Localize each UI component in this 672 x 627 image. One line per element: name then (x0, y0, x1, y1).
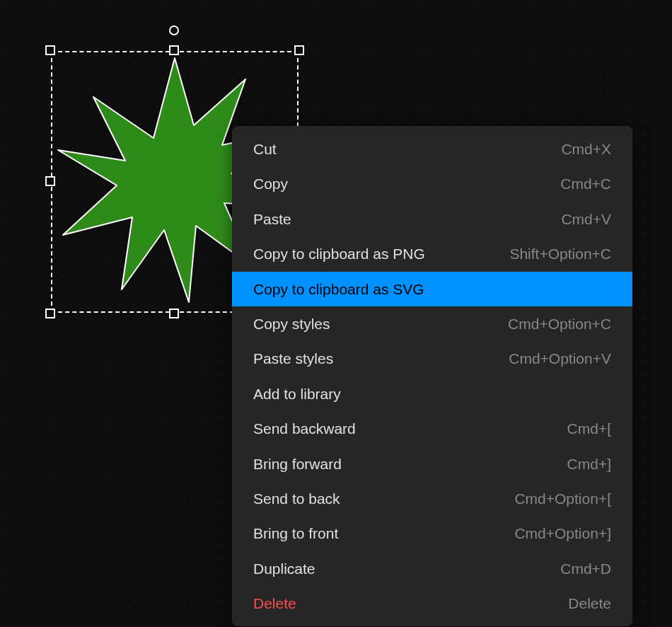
menu-item-paste[interactable]: PasteCmd+V (232, 202, 632, 236)
resize-handle-top-middle[interactable] (169, 45, 179, 55)
menu-item-label: Send to back (253, 488, 340, 509)
menu-item-label: Copy to clipboard as PNG (253, 243, 425, 264)
resize-handle-top-right[interactable] (294, 45, 304, 55)
context-menu: CutCmd+XCopyCmd+CPasteCmd+VCopy to clipb… (232, 126, 632, 626)
resize-handle-bottom-middle[interactable] (169, 309, 179, 318)
menu-item-shortcut: Cmd+V (561, 209, 611, 229)
menu-item-copy[interactable]: CopyCmd+C (232, 166, 632, 201)
menu-item-label: Copy styles (253, 314, 330, 334)
menu-item-shortcut: Cmd+Option+C (508, 314, 611, 334)
menu-item-shortcut: Cmd+D (560, 558, 611, 579)
menu-item-label: Duplicate (253, 558, 315, 579)
menu-item-label: Copy (253, 173, 288, 194)
menu-item-bring-to-front[interactable]: Bring to frontCmd+Option+] (232, 516, 632, 551)
menu-item-paste-styles[interactable]: Paste stylesCmd+Option+V (232, 341, 632, 376)
menu-item-bring-forward[interactable]: Bring forwardCmd+] (232, 447, 632, 481)
menu-item-label: Add to library (253, 384, 341, 404)
menu-item-shortcut: Delete (568, 593, 611, 614)
menu-item-label: Copy to clipboard as SVG (253, 279, 424, 299)
menu-item-label: Bring forward (253, 454, 342, 474)
menu-item-shortcut: Cmd+X (561, 139, 611, 159)
resize-handle-middle-left[interactable] (45, 176, 55, 186)
menu-item-label: Paste (253, 209, 291, 229)
resize-handle-top-left[interactable] (45, 45, 55, 55)
menu-item-label: Send backward (253, 418, 356, 439)
menu-item-shortcut: Cmd+Option+] (514, 523, 611, 543)
menu-item-copy-to-clipboard-as-png[interactable]: Copy to clipboard as PNGShift+Option+C (232, 236, 632, 271)
menu-item-label: Paste styles (253, 348, 333, 369)
menu-item-label: Delete (253, 593, 296, 614)
menu-item-label: Cut (253, 139, 277, 159)
menu-item-copy-styles[interactable]: Copy stylesCmd+Option+C (232, 306, 632, 341)
menu-item-duplicate[interactable]: DuplicateCmd+D (232, 551, 632, 586)
menu-item-add-to-library[interactable]: Add to library (232, 376, 632, 411)
menu-item-shortcut: Shift+Option+C (509, 243, 611, 264)
menu-item-copy-to-clipboard-as-svg[interactable]: Copy to clipboard as SVG (232, 272, 632, 306)
menu-item-shortcut: Cmd+] (567, 454, 611, 474)
resize-handle-bottom-left[interactable] (45, 309, 55, 318)
menu-item-shortcut: Cmd+Option+[ (514, 488, 611, 509)
rotation-handle[interactable] (169, 25, 179, 35)
menu-item-label: Bring to front (253, 523, 338, 543)
menu-item-shortcut: Cmd+[ (567, 418, 611, 439)
menu-item-delete[interactable]: DeleteDelete (232, 586, 632, 621)
menu-item-send-to-back[interactable]: Send to backCmd+Option+[ (232, 481, 632, 516)
menu-item-shortcut: Cmd+C (560, 173, 611, 194)
menu-item-cut[interactable]: CutCmd+X (232, 132, 632, 166)
menu-item-shortcut: Cmd+Option+V (509, 348, 611, 369)
menu-item-send-backward[interactable]: Send backwardCmd+[ (232, 411, 632, 446)
